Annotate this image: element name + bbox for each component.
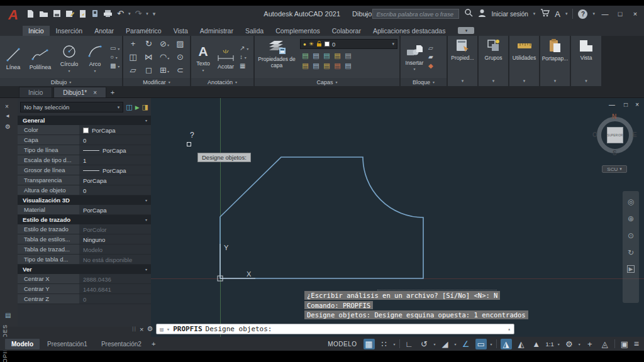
layout-tab-presentación2[interactable]: Presentación2 [95,339,148,349]
navigation-wheel-icon[interactable]: ◎ [628,197,634,206]
search-input[interactable] [372,9,459,19]
viewport-restore-icon[interactable]: □ [624,101,628,108]
dimension-tool[interactable]: Acotar [215,45,236,70]
save-as-button[interactable] [65,9,74,18]
erase-icon[interactable]: ▨ [176,39,184,48]
ribbon-tab-anotar[interactable]: Anotar [89,26,119,36]
command-customize-icon[interactable]: ⚙ [147,325,153,333]
block-editor-icon[interactable]: ▰ [428,53,433,60]
settings-gear-button[interactable]: ⚙ [564,339,575,349]
viewcube-top-face[interactable]: SUPERIOR [607,127,623,143]
layer-tool-icon-3[interactable]: ▤ [323,52,330,60]
layer-tool-icon-8[interactable]: ▤ [323,62,330,70]
recent-commands-icon[interactable]: ▤ [160,326,163,332]
ribbon-tab-inserción[interactable]: Inserción [50,26,89,36]
edit-attributes-icon[interactable]: ▱ [428,45,433,52]
file-tab-close-icon[interactable]: × [93,89,97,96]
rectangle-tool[interactable]: ▭ ▾ [110,45,119,52]
user-icon[interactable] [478,8,486,19]
osnap-dropdown[interactable]: ▾ [491,342,492,346]
export-button[interactable] [79,9,87,18]
section-header-estilo-de-trazado[interactable]: Estilo de trazado▾ [18,215,151,224]
show-motion-icon[interactable]: ▶ [627,265,635,273]
panel-utilidades[interactable]: Utilidades ▾ [509,36,539,86]
property-value[interactable]: PorCapa [79,165,151,175]
pickadd-toggle-icon[interactable]: ◨ [142,103,148,111]
annotation-autoscale-toggle[interactable]: ◭ [516,339,527,349]
annotation-visibility-toggle[interactable]: ◮ [501,339,512,349]
plot-button[interactable] [103,9,113,18]
viewport-close-icon[interactable]: × [635,101,639,108]
panel-portapapeles[interactable]: Portapap... ▾ [540,36,570,86]
customization-plus-button[interactable]: + [584,339,596,349]
annotation-scale-value[interactable]: 1:1 [546,341,554,348]
settings-dropdown[interactable]: ▾ [579,342,580,346]
ribbon-tab-paramétrico[interactable]: Paramétrico [120,26,167,36]
ribbon-tab-vista[interactable]: Vista [168,26,194,36]
qat-customize-dropdown[interactable]: ▾ [153,11,156,17]
command-input[interactable]: ▤ ▾ PROPFIS Designe objetos: ▴ [156,324,514,334]
circle-dropdown[interactable]: ▾ [68,69,70,73]
selected-polyline-shape[interactable] [220,157,423,278]
ellipse-tool[interactable]: ○ ▾ [110,53,119,60]
save-button[interactable] [53,9,61,18]
layer-tool-icon-6[interactable]: ▤ [302,62,308,70]
search-icon[interactable] [464,8,473,19]
search-expand-icon[interactable]: ▸ [365,11,367,17]
property-value[interactable]: PorCapa [79,175,151,185]
property-value[interactable]: No está disponible [79,255,151,264]
layer-freeze-icon[interactable]: ☀ [309,41,314,47]
ortho-toggle[interactable]: ∟ [404,339,415,349]
rotate-icon[interactable]: ↻ [145,39,152,48]
text-dropdown[interactable]: ▾ [202,68,204,72]
section-collapse-icon[interactable]: ▾ [145,118,147,123]
layer-dropdown-arrow[interactable]: ▾ [392,41,394,47]
layer-tool-icon-4[interactable]: ▤ [334,52,340,60]
section-header-ver[interactable]: Ver▾ [18,265,151,274]
property-value[interactable]: PorColor [79,224,151,234]
property-value[interactable]: 0 [79,135,151,145]
insert-dropdown[interactable]: ▾ [413,67,415,72]
layout-tab-presentación1[interactable]: Presentación1 [41,339,94,349]
define-attributes-icon[interactable]: ◆ [428,62,433,69]
text-tool[interactable]: A Texto ▾ [193,41,213,72]
command-bar-grip[interactable]: ⁞⁞ [132,326,136,332]
select-objects-icon[interactable]: ▶ [135,104,140,111]
redo-button[interactable]: ↷ [135,9,142,18]
hatch-tool[interactable]: ▩ ▾ [110,62,119,69]
array-icon[interactable]: ⊞▾ [160,65,169,75]
isolate-objects-button[interactable]: ◬ [599,339,611,349]
ribbon-tab-aplicaciones-destacadas[interactable]: Aplicaciones destacadas [367,26,452,36]
dynamic-input-toggle[interactable]: ▭ [475,339,487,349]
layer-lock-icon[interactable] [316,41,322,47]
annotation-scale-icon[interactable]: ▲ [531,339,542,349]
new-layout-button[interactable]: + [148,340,159,348]
layout-tab-modelo[interactable]: Modelo [5,339,40,349]
selection-dropdown[interactable]: No hay selección ▾ [20,102,123,112]
palette-bottom-icon[interactable]: ▤ [5,312,11,319]
undo-button[interactable]: ↶ [117,9,124,18]
isometric-drafting-toggle[interactable]: ◢ [440,339,451,349]
property-value[interactable]: PorCapa [79,125,151,134]
panel-bloque-label[interactable]: Bloque▾ [401,78,447,86]
ribbon-tab-salida[interactable]: Salida [240,26,269,36]
viewcube-east[interactable]: E [633,131,637,138]
section-header-general[interactable]: General▾ [18,116,151,125]
ribbon-tab-complementos[interactable]: Complementos [270,26,326,36]
move-icon[interactable]: + [131,39,136,48]
property-value[interactable]: PorCapa [79,145,151,155]
circle-tool[interactable]: Círculo ▾ [56,41,82,73]
palette-settings-icon[interactable]: ⚙ [5,123,11,130]
ribbon-tab-administrar[interactable]: Administrar [194,26,239,36]
iso-dropdown[interactable]: ▾ [455,342,457,346]
layer-tool-icon-2[interactable]: ▤ [313,52,319,60]
scale-dropdown[interactable]: ▾ [558,342,560,346]
sign-in-dropdown[interactable]: ▾ [533,11,536,16]
grid-display-toggle[interactable]: ▦ [364,339,375,349]
property-value[interactable]: 0 [79,185,151,195]
leader-tool[interactable]: ↗ ▾ [240,45,248,52]
panel-anotacion-label[interactable]: Anotación▾ [191,78,253,86]
arc-tool[interactable]: Arco ▾ [84,41,106,73]
table-tool[interactable]: ▦ [240,62,248,69]
command-expand-icon[interactable]: ▴ [508,326,511,332]
